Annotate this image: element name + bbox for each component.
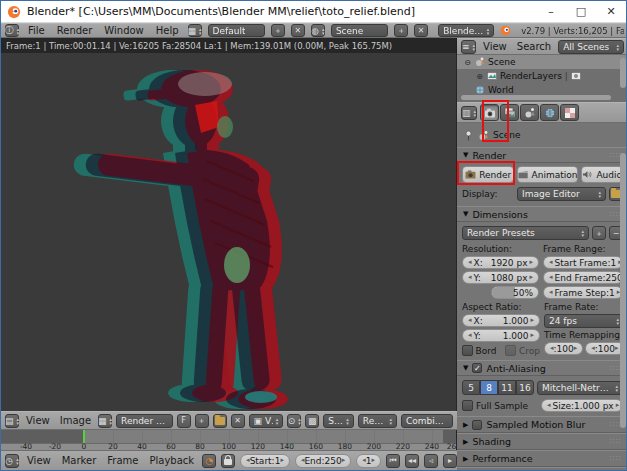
end-frame-field[interactable]: ◂End Frame:250▸ (543, 271, 623, 284)
full-sample-checkbox[interactable] (462, 400, 473, 411)
outliner-horizontal-scrollbar[interactable] (461, 95, 611, 100)
image-menu-image[interactable]: Image (57, 415, 94, 426)
render-engine-select[interactable]: Blender Render▴▾ (438, 24, 494, 37)
delete-layout-button[interactable]: ✕ (291, 24, 305, 37)
tab-render[interactable] (480, 104, 499, 121)
aa-size-field[interactable]: ◂Size:1.000 px▸ (541, 399, 623, 412)
panel-header-post-processing[interactable]: ▶ Post Processing ∷∷ (457, 467, 627, 471)
collapse-icon[interactable]: ⊖ (463, 58, 472, 67)
add-preset-button[interactable]: ＋ (592, 226, 606, 240)
frame-rate-select[interactable]: 24 fps▴▾ (544, 314, 624, 328)
menu-window[interactable]: Window (101, 25, 146, 36)
unlink-image-button[interactable]: ✕ (231, 414, 245, 428)
crop-checkbox[interactable] (505, 345, 516, 356)
panel-header-antialiasing[interactable]: ▼ ✓ Anti-Aliasing ∷∷ (457, 360, 627, 376)
render-audio-button[interactable]: Audio (581, 166, 623, 183)
display-mode-select[interactable]: Image Editor▴▾ (517, 187, 606, 201)
render-display-icon-button[interactable]: ▩ (305, 414, 319, 428)
resolution-y-field[interactable]: ◂Y:1080 px▸ (462, 271, 539, 284)
timeline-menu-marker[interactable]: Marker (59, 455, 100, 466)
timeline-ruler[interactable]: -40 -20 0 20 40 60 80 100 120 140 160 18… (1, 430, 457, 450)
timeline-menu-frame[interactable]: Frame (104, 455, 141, 466)
fake-user-button[interactable]: F (177, 414, 191, 428)
outliner-menu-view[interactable]: View (480, 41, 510, 52)
menu-help[interactable]: Help (153, 25, 182, 36)
properties-vertical-scrollbar[interactable] (620, 153, 626, 428)
image-view-dropdown[interactable]: ▣View▴▾ (249, 414, 284, 428)
panel-header-performance[interactable]: ▶ Performance ∷∷ (457, 450, 627, 467)
open-image-button[interactable] (213, 414, 227, 428)
tab-texture[interactable] (560, 104, 579, 121)
frame-step-field[interactable]: ◂Frame Step:1▸ (543, 286, 623, 299)
prev-keyframe-button[interactable]: ◂◂ (405, 454, 419, 468)
motion-blur-checkbox[interactable] (472, 420, 482, 430)
tab-scene[interactable] (520, 104, 539, 121)
render-presets-select[interactable]: Render Presets▴▾ (462, 226, 589, 240)
aspect-x-field[interactable]: ◂X:1.000▸ (462, 314, 540, 327)
panel-header-render[interactable]: ▼ Render ∷∷ (457, 147, 627, 163)
scene-icon-button[interactable]: ◍▴▾ (311, 24, 325, 37)
antialiasing-checkbox[interactable]: ✓ (472, 363, 482, 373)
jump-to-start-button[interactable]: ⏮ (386, 454, 400, 468)
tab-world[interactable] (540, 104, 559, 121)
image-name-field[interactable]: Render Result (116, 414, 172, 428)
pivot-point-button[interactable]: ⊙▴▾ (287, 414, 301, 428)
resolution-x-field[interactable]: ◂X:1920 px▸ (462, 256, 539, 269)
pin-icon[interactable] (463, 130, 474, 141)
current-frame-field[interactable]: ◂1▸ (356, 454, 381, 468)
render-button[interactable]: Render (462, 166, 514, 183)
timeline-menu-playback[interactable]: Playback (146, 455, 197, 466)
maximize-button[interactable]: □ (566, 1, 596, 22)
panel-grip[interactable]: ∷∷ (610, 437, 622, 446)
panel-header-shading[interactable]: ▶ Shading ∷∷ (457, 433, 627, 450)
start-frame-field[interactable]: ◂Start Frame:1▸ (543, 256, 623, 269)
outliner-item-scene[interactable]: ⊖ Scene (457, 55, 627, 69)
lock-frame-button[interactable] (221, 454, 235, 468)
panel-header-dimensions[interactable]: ▼ Dimensions ∷∷ (457, 206, 627, 222)
start-frame-field[interactable]: ◂Start:1▸ (240, 454, 290, 468)
new-image-button[interactable]: ＋ (195, 414, 209, 428)
add-layout-button[interactable]: ＋ (271, 24, 285, 37)
aspect-y-field[interactable]: ◂Y:1.000▸ (462, 329, 540, 342)
editor-type-image-button[interactable]: ▤▴▾ (5, 414, 19, 428)
outliner-filter-select[interactable]: All Scenes▴▾ (558, 40, 624, 54)
render-animation-button[interactable]: Animation (517, 166, 578, 183)
image-menu-view[interactable]: View (23, 415, 53, 426)
expand-icon[interactable]: ⊕ (475, 72, 484, 81)
editor-type-outliner-button[interactable]: ≡▴▾ (461, 40, 476, 54)
editor-type-info-button[interactable]: ⓘ▴▾ (5, 24, 19, 37)
outliner-menu-search[interactable]: Search (514, 41, 554, 52)
resolution-percent-slider[interactable]: 50% (491, 286, 539, 299)
menu-render[interactable]: Render (54, 25, 96, 36)
add-scene-button[interactable]: ＋ (394, 24, 408, 37)
delete-scene-button[interactable]: ✕ (414, 24, 428, 37)
render-layer-select[interactable]: RenderLayer▴▾ (358, 414, 397, 428)
remap-new-field[interactable]: ◂:100▸ (585, 342, 624, 355)
menu-file[interactable]: File (25, 25, 48, 36)
aa-samples-11[interactable]: 11 (498, 380, 516, 395)
aa-samples-16[interactable]: 16 (516, 380, 534, 395)
screen-layout-icon-button[interactable]: ▦▴▾ (188, 24, 202, 37)
scene-select[interactable]: Scene (331, 24, 388, 37)
minimize-button[interactable]: – (536, 1, 566, 22)
tab-render-layers[interactable] (500, 104, 519, 121)
outliner-item-renderlayers[interactable]: ⊕ RenderLayers | (457, 69, 627, 83)
outliner-vertical-scrollbar[interactable] (620, 58, 626, 88)
aa-filter-select[interactable]: Mitchell-Netravali▴▾ (537, 381, 623, 395)
render-pass-select[interactable]: Combined (401, 414, 453, 428)
image-datablock-icon-button[interactable]: ▦▴▾ (98, 414, 112, 428)
preview-range-button[interactable]: ◔ (202, 454, 216, 468)
panel-grip[interactable]: ∷∷ (610, 454, 622, 463)
editor-type-properties-button[interactable]: ▥▴▾ (461, 106, 477, 120)
play-reverse-button[interactable]: ◃ (424, 454, 438, 468)
remap-old-field[interactable]: ◂:100▸ (544, 342, 583, 355)
play-button[interactable]: ▸ (443, 454, 457, 468)
screen-layout-select[interactable]: Default (208, 24, 265, 37)
end-frame-field[interactable]: ◂End:250▸ (295, 454, 351, 468)
timeline-menu-view[interactable]: View (24, 455, 54, 466)
aa-samples-5[interactable]: 5 (462, 380, 480, 395)
aa-samples-8[interactable]: 8 (480, 380, 498, 395)
panel-header-sampled-motion-blur[interactable]: ▶ Sampled Motion Blur ∷∷ (457, 416, 627, 433)
render-slot-select[interactable]: Slot 1▴▾ (323, 414, 354, 428)
editor-type-timeline-button[interactable]: ◷▴▾ (5, 454, 19, 468)
